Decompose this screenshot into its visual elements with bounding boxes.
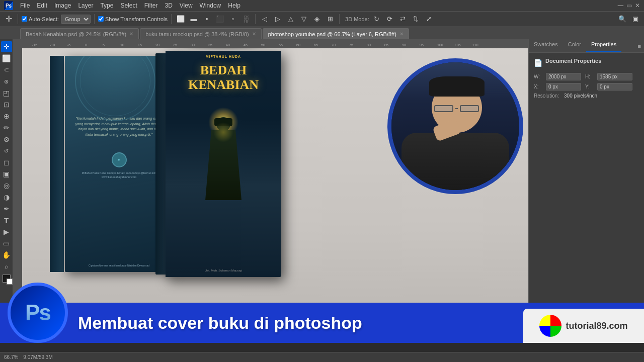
auto-select-checkbox[interactable]: Auto-Select: — [22, 16, 59, 22]
tab-bedah-kenabian[interactable]: Bedah Kenabian.psd @ 24.5% (RGB/8#) ✕ — [20, 28, 139, 39]
blur-tool[interactable]: ◎ — [1, 180, 12, 191]
menu-window[interactable]: Window — [200, 2, 221, 9]
menu-help[interactable]: Help — [228, 2, 240, 9]
align-center-h-btn[interactable]: ▬ — [188, 14, 199, 25]
shape-tool[interactable]: ▭ — [1, 238, 12, 249]
text-tool[interactable]: T — [1, 215, 12, 226]
book-back-spine — [50, 56, 64, 272]
y-value[interactable]: 0 px — [597, 83, 632, 90]
maximize-btn[interactable]: ▭ — [626, 2, 632, 9]
tab-close-0[interactable]: ✕ — [129, 31, 133, 37]
menu-bar: Ps File Edit Image Layer Type Select Fil… — [0, 0, 644, 11]
menu-file[interactable]: File — [20, 2, 30, 9]
move-tool-icon[interactable]: ✛ — [3, 14, 14, 25]
zoom-tool[interactable]: ⌕ — [1, 261, 12, 272]
book-back: "Kenikmatah Indah perjalanan ku, aku dan… — [50, 56, 173, 272]
brush-tool[interactable]: ✏ — [1, 122, 12, 133]
panel-tab-bar: Swatches Color Properties ≡ — [529, 39, 644, 53]
background-color[interactable] — [7, 279, 13, 285]
search-btn[interactable]: 🔍 — [617, 14, 628, 25]
menu-view[interactable]: View — [180, 2, 193, 9]
swatches-tab[interactable]: Swatches — [529, 39, 563, 52]
crop-tool[interactable]: ◰ — [1, 87, 12, 99]
align-bottom-btn[interactable]: ░ — [240, 14, 252, 25]
dist-mid-btn[interactable]: ◈ — [311, 14, 323, 25]
position-row: X: 0 px Y: 0 px — [534, 83, 639, 90]
person-bg — [391, 62, 519, 190]
panel-menu-icon[interactable]: ≡ — [638, 43, 641, 49]
toolbar-separator-5 — [339, 14, 340, 24]
align-left-btn[interactable]: ⬜ — [175, 14, 186, 25]
options-toolbar: ✛ Auto-Select: Group Layer Show Transfor… — [0, 11, 644, 26]
foreground-color[interactable] — [3, 275, 11, 283]
align-top-btn[interactable]: ⬛ — [214, 14, 225, 25]
tab-close-2[interactable]: ✕ — [399, 31, 404, 37]
menu-layer[interactable]: Layer — [78, 2, 93, 9]
dist-bottom-btn[interactable]: ⊞ — [325, 14, 336, 25]
minimize-btn[interactable]: ─ — [618, 1, 623, 10]
eyedropper-tool[interactable]: ⊡ — [1, 99, 12, 110]
dist-center-btn[interactable]: ▷ — [272, 14, 283, 25]
tab-photoshop-youtube[interactable]: photoshop youtube.psd @ 66.7% (Layer 6, … — [263, 28, 409, 39]
book-author-top: MIFTAHUL HUDA — [166, 51, 281, 58]
menu-edit[interactable]: Edit — [37, 2, 47, 9]
height-value[interactable]: 1585 px — [597, 73, 632, 80]
color-tab[interactable]: Color — [563, 39, 586, 52]
gradient-tool[interactable]: ▣ — [1, 168, 12, 179]
3d-drag-btn[interactable]: ⇄ — [397, 14, 409, 25]
tab-buku-tamu[interactable]: buku tamu mockup.psd @ 38.4% (RGB/8) ✕ — [140, 28, 262, 39]
resolution-row: Resolution: 300 pixels/inch — [534, 93, 639, 99]
3d-scale-btn[interactable]: ⤢ — [424, 14, 435, 25]
properties-tab[interactable]: Properties — [586, 39, 621, 52]
3d-rotate-btn[interactable]: ↻ — [371, 14, 382, 25]
book-front-cover: MIFTAHUL HUDA BEDAH KENABIAN — [166, 51, 281, 277]
align-right-btn[interactable]: ▪ — [201, 14, 212, 25]
auto-select-type[interactable]: Group Layer — [61, 15, 91, 24]
y-label: Y: — [585, 84, 595, 89]
menu-image[interactable]: Image — [54, 2, 71, 9]
width-value[interactable]: 2000 px — [546, 73, 581, 80]
3d-roll-btn[interactable]: ⟳ — [384, 14, 395, 25]
close-btn[interactable]: ✕ — [635, 2, 640, 9]
history-brush-tool[interactable]: ↺ — [1, 145, 12, 156]
bottom-banner: Ps Membuat cover buku di photoshop tutor… — [0, 303, 644, 343]
canvas-area[interactable]: /* ruler ticks via inline rendering */ -… — [13, 39, 528, 342]
dimensions-row: W: 2000 px H: 1585 px — [534, 73, 639, 80]
toolbar-separator-2 — [94, 14, 95, 24]
main-area: ✛ ⬜ ⊂ ⊛ ◰ ⊡ ⊕ ✏ ⊗ ↺ ◻ ▣ ◎ ◑ ✒ T ▶ ▭ ✋ ⌕ — [0, 39, 644, 342]
tab-close-1[interactable]: ✕ — [252, 31, 256, 37]
height-label: H: — [585, 74, 595, 79]
pen-tool[interactable]: ✒ — [1, 203, 12, 214]
3d-slide-btn[interactable]: ⇅ — [411, 14, 422, 25]
heal-tool[interactable]: ⊕ — [1, 111, 12, 122]
status-memory: 9.07M/59.3M — [23, 354, 52, 360]
rect-select-tool[interactable]: ⬜ — [1, 53, 12, 64]
canvas[interactable]: "Kenikmatah Indah perjalanan ku, aku dan… — [22, 48, 528, 342]
x-value[interactable]: 0 px — [546, 83, 581, 90]
show-transform-checkbox[interactable]: Show Transform Controls — [98, 16, 168, 22]
menu-filter[interactable]: Filter — [144, 2, 158, 9]
eraser-tool[interactable]: ◻ — [1, 157, 12, 168]
workspace-btn[interactable]: ▣ — [630, 14, 641, 25]
menu-select[interactable]: Select — [120, 2, 137, 9]
dodge-tool[interactable]: ◑ — [1, 192, 12, 203]
tools-panel: ✛ ⬜ ⊂ ⊛ ◰ ⊡ ⊕ ✏ ⊗ ↺ ◻ ▣ ◎ ◑ ✒ T ▶ ▭ ✋ ⌕ — [0, 39, 13, 342]
menu-3d[interactable]: 3D — [165, 2, 172, 9]
dist-left-btn[interactable]: ◁ — [259, 14, 270, 25]
menu-type[interactable]: Type — [100, 2, 113, 9]
tutorial-logo — [539, 315, 561, 337]
tutorial-badge: tutorial89.com — [523, 309, 644, 343]
path-select-tool[interactable]: ▶ — [1, 226, 12, 237]
hand-tool[interactable]: ✋ — [1, 249, 12, 260]
toolbar-separator-1 — [18, 14, 18, 24]
dist-top-btn[interactable]: ▽ — [298, 14, 309, 25]
lasso-tool[interactable]: ⊂ — [1, 64, 12, 75]
status-zoom: 66.7% — [4, 354, 18, 360]
clone-tool[interactable]: ⊗ — [1, 134, 12, 145]
properties-panel: Swatches Color Properties ≡ 📄 Document P… — [528, 39, 644, 342]
align-middle-btn[interactable]: ▫ — [227, 14, 238, 25]
move-tool[interactable]: ✛ — [1, 41, 12, 52]
magic-wand-tool[interactable]: ⊛ — [1, 76, 12, 87]
dist-right-btn[interactable]: △ — [285, 14, 296, 25]
book-front-spine — [155, 53, 167, 275]
